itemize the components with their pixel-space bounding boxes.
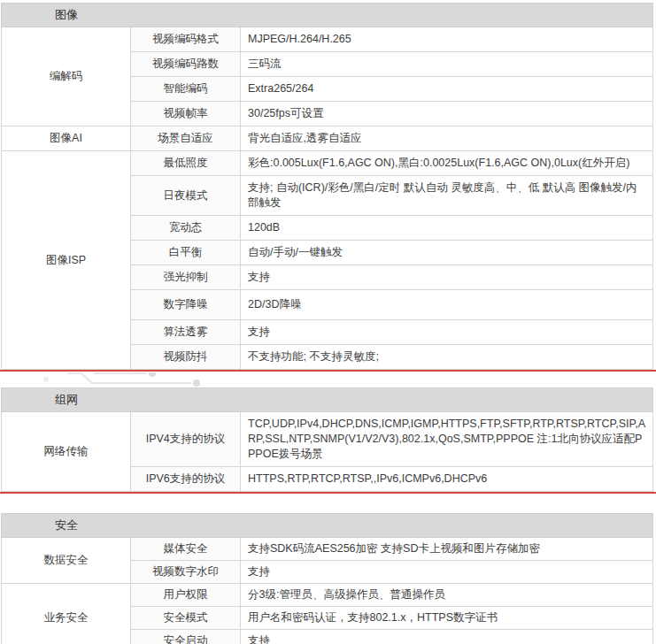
label-cell: 场景自适应: [131, 126, 241, 151]
section-header-network: 组网: [2, 388, 653, 412]
group-cell-codec: 编解码: [2, 27, 131, 126]
section-gap-1: [0, 372, 656, 387]
value-cell: MJPEG/H.264/H.265: [241, 27, 653, 52]
section-header-cell: 安全: [2, 514, 653, 538]
label-cell: 视频编码路数: [131, 52, 241, 77]
section-header-image: 图像: [2, 4, 653, 27]
value-cell: 用户名和密码认证，支持802.1.x，HTTPS数字证书: [241, 607, 653, 630]
value-cell: 彩色:0.005Lux(F1.6,AGC ON),黑白:0.0025Lux(F1…: [241, 151, 653, 176]
table-row-media-security: 数据安全 媒体安全 支持SDK码流AES256加密 支持SD卡上视频和图片存储加…: [2, 538, 653, 561]
value-cell: 不支持功能; 不支持灵敏度;: [241, 345, 653, 370]
label-cell: 智能编码: [131, 77, 241, 102]
group-cell-image-ai: 图像AI: [2, 126, 131, 151]
value-cell: 支持: [241, 630, 653, 644]
label-cell: 强光抑制: [131, 265, 241, 290]
section-title-security: 安全: [2, 518, 131, 533]
label-cell: 安全启动: [131, 630, 241, 644]
value-cell: 支持: [241, 561, 653, 584]
label-cell: 视频帧率: [131, 102, 241, 126]
label-cell: 数字降噪: [131, 290, 241, 320]
value-cell: HTTPS,RTP,RTCP,RTSP,,IPv6,ICMPv6,DHCPv6: [241, 467, 653, 492]
value-cell: TCP,UDP,IPv4,DHCP,DNS,ICMP,IGMP,HTTPS,FT…: [241, 412, 653, 467]
value-cell: 分3级:管理员、高级操作员、普通操作员: [241, 584, 653, 607]
value-cell: 30/25fps可设置: [241, 102, 653, 126]
table-row-scene-adaptive: 图像AI 场景自适应 背光自适应,透雾自适应: [2, 126, 653, 151]
spec-sheet-page: 图像 编解码 视频编码格式 MJPEG/H.264/H.265 视频编码路数 三…: [0, 0, 656, 644]
value-cell: 三码流: [241, 52, 653, 77]
value-cell: 支持; 自动(ICR)/彩色/黑白/定时 默认自动 灵敏度高、中、低 默认高 图…: [241, 176, 653, 216]
label-cell: 安全模式: [131, 607, 241, 630]
group-cell-image-isp: 图像ISP: [2, 151, 131, 370]
label-cell: 视频数字水印: [131, 561, 241, 584]
group-cell-data-security: 数据安全: [2, 538, 131, 584]
section-header-security: 安全: [2, 514, 653, 538]
label-cell: 视频编码格式: [131, 27, 241, 52]
label-cell: IPV6支持的协议: [131, 467, 241, 492]
table-row-video-encode-format: 编解码 视频编码格式 MJPEG/H.264/H.265: [2, 27, 653, 52]
label-cell: 白平衡: [131, 241, 241, 265]
group-cell-business-security: 业务安全: [2, 584, 131, 644]
value-cell: Extra265/264: [241, 77, 653, 102]
table-row-ipv4-protocols: 网络传输 IPV4支持的协议 TCP,UDP,IPv4,DHCP,DNS,ICM…: [2, 412, 653, 467]
section-header-cell: 组网: [2, 388, 653, 412]
label-cell: IPV4支持的协议: [131, 412, 241, 467]
label-cell: 算法透雾: [131, 320, 241, 345]
circuit-watermark-icon: [42, 372, 255, 387]
label-cell: 用户权限: [131, 584, 241, 607]
value-cell: 120dB: [241, 216, 653, 241]
label-cell: 媒体安全: [131, 538, 241, 561]
table-row-min-illumination: 图像ISP 最低照度 彩色:0.005Lux(F1.6,AGC ON),黑白:0…: [2, 151, 653, 176]
value-cell: 支持: [241, 320, 653, 345]
value-cell: 背光自适应,透雾自适应: [241, 126, 653, 151]
spec-table-image: 图像 编解码 视频编码格式 MJPEG/H.264/H.265 视频编码路数 三…: [1, 3, 653, 370]
value-cell: 自动/手动/一键触发: [241, 241, 653, 265]
table-row-user-permissions: 业务安全 用户权限 分3级:管理员、高级操作员、普通操作员: [2, 584, 653, 607]
value-cell: 支持: [241, 265, 653, 290]
group-cell-network-transport: 网络传输: [2, 412, 131, 492]
label-cell: 最低照度: [131, 151, 241, 176]
section-header-cell: 图像: [2, 4, 653, 27]
label-cell: 日夜模式: [131, 176, 241, 216]
label-cell: 视频防抖: [131, 345, 241, 370]
value-cell: 2D/3D降噪: [241, 290, 653, 320]
section-gap-2: [0, 494, 656, 513]
spec-table-security: 安全 数据安全 媒体安全 支持SDK码流AES256加密 支持SD卡上视频和图片…: [1, 513, 653, 644]
label-cell: 宽动态: [131, 216, 241, 241]
value-cell: 支持SDK码流AES256加密 支持SD卡上视频和图片存储加密: [241, 538, 653, 561]
section-title-image: 图像: [2, 7, 131, 22]
spec-table-network: 组网 网络传输 IPV4支持的协议 TCP,UDP,IPv4,DHCP,DNS,…: [1, 387, 653, 492]
section-title-network: 组网: [2, 392, 131, 407]
